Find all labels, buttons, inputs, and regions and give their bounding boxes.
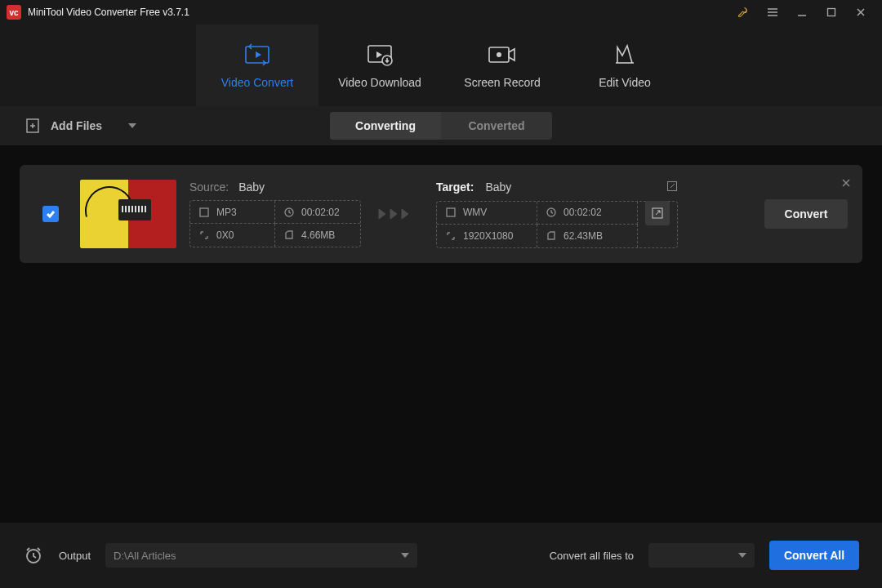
seg-converted[interactable]: Converted	[441, 112, 552, 140]
tab-label: Video Download	[338, 76, 421, 89]
maximize-button[interactable]	[817, 1, 846, 24]
file-row: Source: Baby MP3 00:02:02 0X0 4.66MB Tar…	[20, 165, 862, 263]
svg-rect-7	[200, 208, 208, 216]
preview-button[interactable]	[645, 201, 670, 225]
chevron-down-icon	[738, 553, 746, 558]
format-icon	[198, 207, 210, 218]
status-segmented: Converting Converted	[330, 112, 552, 140]
main-nav: Video Convert Video Download Screen Reco…	[0, 24, 882, 106]
output-path-value: D:\All Articles	[114, 550, 176, 562]
edit-video-icon	[612, 42, 637, 68]
convert-all-button[interactable]: Convert All	[769, 541, 859, 570]
tab-edit-video[interactable]: Edit Video	[564, 24, 686, 106]
source-size: 4.66MB	[275, 224, 360, 247]
target-name: Baby	[485, 180, 511, 194]
resolution-icon	[198, 229, 210, 241]
bottom-bar: Output D:\All Articles Convert all files…	[0, 523, 882, 588]
source-name: Baby	[238, 180, 265, 194]
chevron-down-icon	[401, 553, 409, 558]
format-icon	[445, 207, 457, 218]
seg-converting[interactable]: Converting	[330, 112, 441, 140]
video-download-icon	[366, 42, 394, 68]
source-meta: MP3 00:02:02 0X0 4.66MB	[189, 200, 361, 247]
video-convert-icon	[243, 42, 271, 68]
file-list: Source: Baby MP3 00:02:02 0X0 4.66MB Tar…	[0, 145, 882, 263]
window-title: MiniTool Video Converter Free v3.7.1	[28, 7, 728, 18]
file-thumbnail	[80, 180, 176, 248]
source-resolution: 0X0	[190, 224, 275, 247]
tab-screen-record[interactable]: Screen Record	[441, 24, 564, 106]
key-icon[interactable]	[728, 1, 758, 24]
target-title: Target: Baby	[436, 180, 678, 194]
source-title: Source: Baby	[189, 180, 361, 194]
size-icon	[283, 229, 295, 241]
remove-row-icon[interactable]	[841, 176, 851, 191]
add-file-icon	[24, 118, 41, 134]
target-label: Target:	[436, 180, 474, 194]
source-column: Source: Baby MP3 00:02:02 0X0 4.66MB	[189, 180, 361, 247]
scheduler-icon[interactable]	[23, 545, 44, 566]
tab-label: Video Convert	[221, 76, 293, 89]
output-path-select[interactable]: D:\All Articles	[105, 543, 417, 568]
target-duration: 00:02:02	[537, 202, 638, 225]
source-label: Source:	[189, 180, 229, 194]
add-files-label: Add Files	[51, 119, 102, 132]
svg-rect-10	[447, 208, 455, 216]
tab-video-download[interactable]: Video Download	[318, 24, 441, 106]
source-format: MP3	[190, 201, 275, 224]
add-files-button[interactable]: Add Files	[24, 118, 136, 134]
size-icon	[546, 230, 557, 242]
arrow-icon	[374, 206, 423, 222]
target-format: WMV	[437, 202, 537, 225]
convert-button[interactable]: Convert	[764, 199, 848, 229]
resolution-icon	[445, 230, 457, 242]
target-size: 62.43MB	[537, 225, 638, 247]
svg-point-5	[497, 52, 501, 57]
clock-icon	[546, 207, 557, 218]
chevron-down-icon[interactable]	[128, 123, 136, 128]
close-button[interactable]	[846, 1, 875, 24]
tab-video-convert[interactable]: Video Convert	[196, 24, 318, 106]
row-checkbox[interactable]	[42, 206, 59, 222]
convert-all-to-label: Convert all files to	[550, 550, 634, 562]
app-logo-icon: vc	[7, 5, 21, 20]
tab-label: Screen Record	[464, 76, 540, 89]
target-column: Target: Baby WMV 00:02:02 1920X1080 62.4…	[436, 180, 678, 248]
target-preview-cell	[638, 202, 677, 225]
menu-icon[interactable]	[758, 1, 787, 24]
tab-label: Edit Video	[599, 76, 651, 89]
toolbar: Add Files Converting Converted	[0, 106, 882, 145]
title-bar: vc MiniTool Video Converter Free v3.7.1	[0, 0, 882, 24]
target-meta: WMV 00:02:02 1920X1080 62.43MB	[436, 201, 678, 248]
source-duration: 00:02:02	[275, 201, 360, 224]
minimize-button[interactable]	[787, 1, 817, 24]
clock-icon	[283, 207, 295, 218]
svg-rect-0	[828, 9, 835, 16]
convert-all-to-select[interactable]	[648, 543, 755, 568]
screen-record-icon	[487, 42, 518, 68]
target-resolution: 1920X1080	[437, 225, 537, 247]
output-label: Output	[59, 550, 91, 562]
edit-target-icon[interactable]	[666, 180, 678, 194]
